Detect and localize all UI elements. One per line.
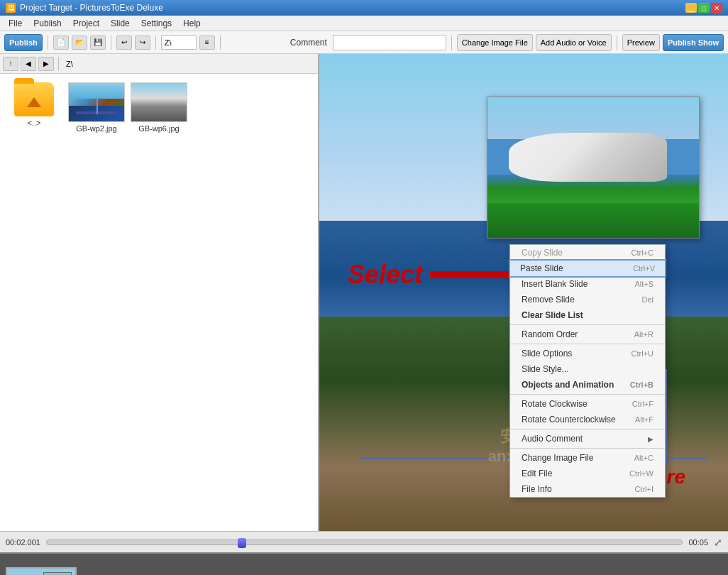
toolbar-sep-6 [617,35,617,50]
toolbar-sep-4 [220,35,221,50]
add-audio-button[interactable]: Add Audio or Voice [536,34,612,51]
title-bar-left: 🖼 Project Target - PicturesToExe Deluxe [6,3,163,13]
minimize-button[interactable]: _ [685,3,697,13]
toolbar: Publish 📄 📂 💾 ↩ ↪ Z\ ≡ Comment Change Im… [0,31,728,54]
main-layout: ↑ ◀ ▶ Z\ <..> [0,54,728,531]
ctx-paste-slide[interactable]: Paste Slide Ctrl+V [509,259,666,278]
ctx-copy-label: Copy Slide [522,248,563,258]
ctx-paste-shortcut: Ctrl+V [633,264,655,273]
slide-strip: AB 2.0 5.0 1. GB-wp2 [0,552,728,575]
ctx-edit-file[interactable]: Edit File Ctrl+W [510,466,665,481]
maximize-button[interactable]: □ [698,3,710,13]
fb-fwd-btn[interactable]: ▶ [38,57,54,71]
toolbar-view-btn[interactable]: ≡ [199,35,215,50]
toolbar-undo-btn[interactable]: ↩ [116,35,132,50]
preview-area: 安下载anxz.com Select Right Click here Copy… [319,54,728,531]
ctx-change-image[interactable]: Change Image File Alt+C [510,450,665,466]
publish-button[interactable]: Publish [4,34,43,51]
ctx-objects-label: Objects and Animation [522,380,614,390]
ctx-clear-label: Clear Slide List [522,310,583,320]
ctx-rotate-ccw[interactable]: Rotate Counterclockwise Alt+F [510,412,665,427]
title-bar-title: Project Target - PicturesToExe Deluxe [20,3,163,13]
thumbnail-gbwp2 [68,82,125,122]
toolbar-save-btn[interactable]: 💾 [90,35,106,50]
cliffs-grass [487,203,699,239]
fb-back-btn[interactable]: ◀ [21,57,36,71]
comment-label: Comment [290,38,327,48]
ctx-random-label: Random Order [522,329,578,339]
toolbar-new-btn[interactable]: 📄 [53,35,69,50]
ctx-clear-list[interactable]: Clear Slide List [510,307,665,323]
timeline-end-time: 00:05 [688,538,708,547]
app-icon: 🖼 [6,3,16,13]
menu-bar: File Publish Project Slide Settings Help [0,16,728,31]
file-item-gbwp2[interactable]: GB-wp2.jpg [68,80,125,136]
comment-input[interactable] [333,35,446,50]
publish-show-button[interactable]: Publish Show [663,34,724,51]
toolbar-path[interactable]: Z\ [161,35,197,50]
slide-thumb-1[interactable] [6,567,77,575]
file-item-parent[interactable]: <..> [6,80,62,136]
change-image-button[interactable]: Change Image File [457,34,533,51]
ctx-remove-slide[interactable]: Remove Slide Del [510,292,665,307]
slide-thumb-container-1[interactable]: AB 2.0 5.0 1. GB-wp2 [6,567,77,575]
ctx-audio-label: Audio Comment [522,434,583,444]
ctx-rotate-ccw-shortcut: Alt+F [635,415,653,424]
timeline-area: 00:02.001 00:05 ⤢ [0,531,728,552]
menu-file[interactable]: File [3,17,28,30]
ctx-audio-comment[interactable]: Audio Comment ▶ [510,431,665,447]
toolbar-sep-3 [155,35,156,50]
file-browser: ↑ ◀ ▶ Z\ <..> [0,54,319,531]
ctx-rotate-cw-shortcut: Ctrl+F [632,400,653,408]
ctx-objects-shortcut: Ctrl+B [630,380,653,389]
ctx-insert-blank[interactable]: Insert Blank Slide Alt+S [510,276,665,292]
file-grid: <..> GB-wp2.jpg GB-wp6.jpg [0,74,318,531]
ctx-file-info-shortcut: Ctrl+I [634,485,653,493]
menu-publish[interactable]: Publish [28,17,67,30]
ctx-copy-slide[interactable]: Copy Slide Ctrl+C [510,245,665,261]
thumbnail-gbwp6 [131,82,187,122]
cliffs-white [509,133,668,182]
fb-path-label: Z\ [63,60,76,68]
ctx-slide-opts-label: Slide Options [522,349,572,358]
ctx-random-order[interactable]: Random Order Alt+R [510,327,665,342]
menu-settings[interactable]: Settings [136,17,177,30]
file-item-gbwp6[interactable]: GB-wp6.jpg [131,80,187,136]
ctx-copy-shortcut: Ctrl+C [632,248,653,257]
ctx-slide-options[interactable]: Slide Options Ctrl+U [510,346,665,361]
toolbar-redo-btn[interactable]: ↪ [135,35,150,50]
ctx-remove-shortcut: Del [641,295,653,304]
menu-slide[interactable]: Slide [105,17,136,30]
menu-project[interactable]: Project [67,17,105,30]
ctx-file-info[interactable]: File Info Ctrl+I [510,481,665,497]
toolbar-sep-1 [48,35,48,50]
ctx-insert-shortcut: Alt+S [634,280,653,288]
folder-arrow-icon [27,97,41,107]
ctx-insert-label: Insert Blank Slide [522,279,588,289]
ctx-random-shortcut: Alt+R [634,330,653,339]
timeline-bar[interactable] [46,540,683,545]
ctx-sep-4 [510,429,665,429]
context-menu: Copy Slide Ctrl+C Paste Slide Ctrl+V Ins… [509,244,666,498]
ctx-slide-opts-shortcut: Ctrl+U [632,349,653,358]
ctx-change-image-shortcut: Alt+C [634,454,653,462]
fb-up-btn[interactable]: ↑ [3,57,18,71]
timeline-thumb[interactable] [238,538,246,548]
file-label-gbwp6: GB-wp6.jpg [138,124,179,133]
ctx-rotate-cw[interactable]: Rotate Clockwise Ctrl+F [510,396,665,412]
title-bar-controls[interactable]: _ □ ✕ [685,3,722,13]
toolbar-sep-2 [111,35,111,50]
ctx-edit-label: Edit File [522,469,552,478]
ctx-file-info-label: File Info [522,484,552,494]
close-button[interactable]: ✕ [711,3,722,13]
ctx-paste-label: Paste Slide [520,263,563,273]
slide-thumb-inner [7,569,75,575]
toolbar-sep-5 [451,35,452,50]
preview-button[interactable]: Preview [622,34,660,51]
toolbar-open-btn[interactable]: 📂 [72,35,87,50]
ctx-slide-style[interactable]: Slide Style... [510,361,665,377]
menu-help[interactable]: Help [177,17,206,30]
ctx-objects-anim[interactable]: Objects and Animation Ctrl+B [510,377,665,393]
file-label-parent: <..> [28,119,41,127]
timeline-expand-btn[interactable]: ⤢ [714,537,722,548]
